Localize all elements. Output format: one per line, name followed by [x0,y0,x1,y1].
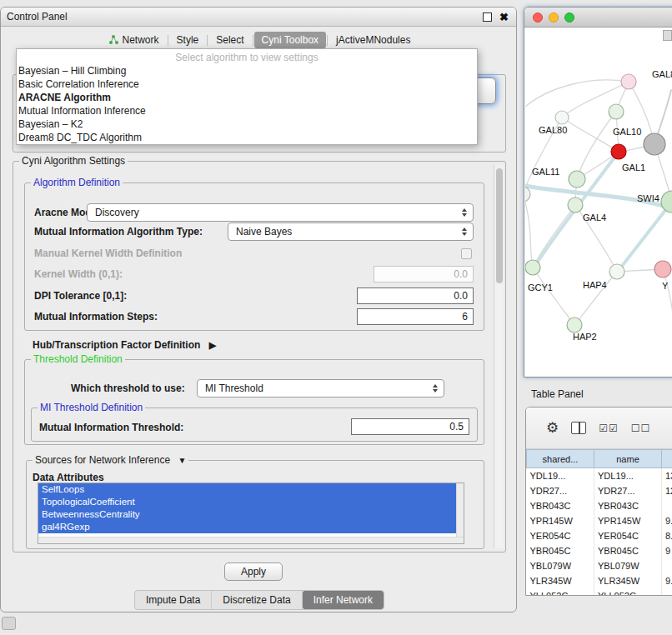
table-cell[interactable]: YBR045C [527,543,594,558]
table-row[interactable]: YPR145WYPR145W9. [527,513,672,528]
scrollbar-thumb[interactable] [496,168,503,283]
table-cell[interactable]: YDL19... [527,468,594,484]
table-cell[interactable]: YDL19... [594,468,662,484]
network-edge[interactable] [525,194,533,268]
network-window-titlebar[interactable] [524,8,672,28]
network-node[interactable] [644,133,665,155]
attribute-item[interactable]: BetweennessCentrality [38,508,456,521]
network-node[interactable] [525,260,540,275]
tab-network[interactable]: Network [101,32,167,48]
network-node[interactable] [661,191,672,212]
network-edge[interactable] [525,80,629,107]
network-node[interactable] [609,104,624,119]
control-panel-titlebar[interactable]: Control Panel ✖ [1,8,516,27]
table-cell[interactable]: YBR043C [527,498,594,513]
apply-button[interactable]: Apply [224,562,283,581]
network-node[interactable] [611,144,626,159]
table-cell[interactable]: YBR043C [594,498,662,513]
table-row[interactable]: YDR27...YDR27...12 [527,483,672,498]
close-traffic-light[interactable] [533,12,543,22]
network-node[interactable] [525,187,530,202]
table-row[interactable]: YDL19...YDL19...13 [527,468,672,484]
table-cell[interactable]: YDR27... [594,483,662,498]
column-header[interactable]: shared... [527,450,594,468]
close-icon[interactable]: ✖ [499,12,509,22]
table-row[interactable]: YLL052CYLL052C [527,588,672,595]
aracne-mode-select[interactable]: Discovery [87,203,474,222]
network-canvas[interactable]: GAL8GAL80GAL10GAL11GAL1SWI4GAL4GCY1HAP4Y… [525,28,672,377]
table-cell[interactable]: YLL052C [527,588,594,595]
table-cell[interactable]: YPR145W [594,513,662,528]
settings-gear-icon[interactable]: ⚙ [546,419,559,437]
table-cell[interactable]: YPR145W [527,513,594,528]
algorithm-option[interactable]: Basic Correlation Inference [17,78,477,91]
tab-cyni-toolbox[interactable]: Cyni Toolbox [254,32,326,48]
unchecked-boxes-icon[interactable]: ☐☐ [631,422,651,434]
network-node[interactable] [555,111,569,124]
table-cell[interactable] [662,558,672,573]
mi-threshold-field[interactable]: 0.5 [351,418,469,435]
list-horizontal-scrollbar[interactable] [38,537,464,543]
mi-steps-field[interactable]: 6 [357,308,474,325]
table-row[interactable]: YBR043CYBR043C [527,498,672,513]
table-cell[interactable]: 8. [662,528,672,543]
algorithm-option[interactable]: Bayesian – Hill Climbing [17,64,477,78]
attribute-item[interactable]: SelfLoops [38,483,456,496]
canvas-corner-widget[interactable] [663,30,672,41]
table-cell[interactable]: YER054C [594,528,662,543]
table-row[interactable]: YBL079WYBL079W [527,558,672,573]
which-threshold-select[interactable]: MI Threshold [197,379,444,398]
table-cell[interactable]: 13 [662,468,672,484]
table-cell[interactable]: 12 [662,483,672,498]
table-cell[interactable]: YLR345W [527,573,594,588]
checked-boxes-icon[interactable]: ☑☑ [599,422,619,434]
tab-impute-data[interactable]: Impute Data [135,591,212,609]
minimize-traffic-light[interactable] [549,12,559,22]
list-vertical-scrollbar[interactable] [456,483,464,538]
attribute-item[interactable]: gal4RGexp [38,521,456,533]
attribute-item[interactable]: TopologicalCoefficient [38,496,456,508]
zoom-traffic-light[interactable] [564,12,574,22]
algorithm-option[interactable]: ARACNE Algorithm [17,91,477,104]
tab-infer-network[interactable]: Infer Network [303,591,384,609]
tab-style[interactable]: Style [169,32,207,48]
table-row[interactable]: YBR045CYBR045C9 [527,543,672,558]
table-cell[interactable]: 9. [662,573,672,588]
settings-scrollbar[interactable] [494,165,504,548]
float-window-icon[interactable] [483,12,492,22]
network-node[interactable] [621,74,636,89]
column-header[interactable]: name [594,450,662,468]
table-cell[interactable] [662,588,672,595]
table-cell[interactable]: YBL079W [594,558,662,573]
tab-select[interactable]: Select [208,32,251,48]
dpi-tolerance-field[interactable]: 0.0 [357,288,474,304]
table-cell[interactable]: YER054C [527,528,594,543]
column-selector-icon[interactable] [571,422,586,434]
table-cell[interactable]: YLL052C [594,588,662,595]
algorithm-option[interactable]: Bayesian – K2 [17,118,477,131]
table-row[interactable]: YLR345WYLR345W9. [527,573,672,588]
table-cell[interactable] [662,498,672,513]
algorithm-option[interactable]: Dream8 DC_TDC Algorithm [17,131,477,144]
network-edge[interactable] [533,268,574,325]
network-node[interactable] [569,171,585,188]
hub-section-toggle[interactable]: Hub/Transcription Factor Definition ▶ [33,338,216,352]
panel-grip[interactable] [2,617,16,630]
network-edge[interactable] [562,118,619,152]
table-cell[interactable]: YDR27... [527,483,594,498]
table-cell[interactable]: 9 [662,543,672,558]
table-row[interactable]: YER054CYER054C8. [527,528,672,543]
data-attributes-list[interactable]: SelfLoopsTopologicalCoefficientBetweenne… [38,482,464,544]
tab-jactivemnodules[interactable]: jActiveMNodules [328,32,418,48]
table-cell[interactable]: YBR045C [594,543,662,558]
network-node[interactable] [609,264,624,279]
tab-discretize-data[interactable]: Discretize Data [212,591,302,609]
manual-kernel-checkbox[interactable] [461,248,472,259]
algorithm-option[interactable]: Mutual Information Inference [17,104,477,118]
table-cell[interactable]: YBL079W [527,558,594,573]
network-node[interactable] [654,261,671,278]
network-node[interactable] [567,318,582,332]
sources-section-toggle[interactable]: Sources for Network Inference ▼ [33,454,188,466]
network-node[interactable] [568,198,583,212]
network-edge[interactable] [577,112,616,179]
